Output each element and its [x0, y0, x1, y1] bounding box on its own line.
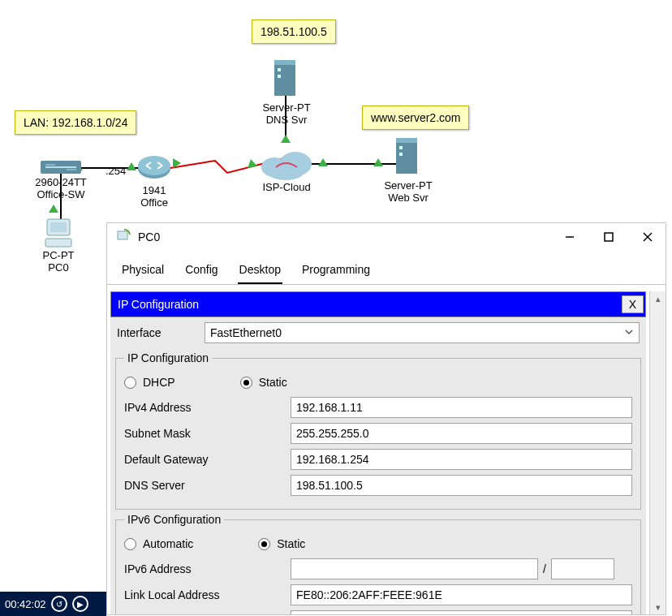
switch-label: 2960-24TTOffice-SW: [32, 177, 89, 201]
svg-rect-24: [118, 231, 127, 239]
rewind-button[interactable]: ↺: [51, 596, 67, 612]
vertical-scrollbar[interactable]: ▴ ▾: [649, 291, 666, 614]
interface-value: FastEthernet0: [210, 326, 282, 339]
router-ip-label: .254: [106, 166, 126, 178]
chevron-down-icon: [624, 326, 634, 339]
ipv6-static-option[interactable]: Static: [258, 537, 305, 550]
ipconfig-close-button[interactable]: X: [622, 295, 644, 313]
dns-server-label: DNS Server: [124, 479, 291, 492]
svg-rect-26: [605, 233, 613, 241]
svg-rect-20: [399, 153, 403, 156]
ipv6-address-input[interactable]: [291, 558, 538, 579]
svg-rect-16: [278, 75, 281, 78]
ipv6-legend: IPv6 Configuration: [124, 513, 224, 526]
radio-icon: [240, 377, 252, 389]
tab-programming[interactable]: Programming: [300, 261, 372, 284]
topology-canvas: LAN: 192.168.1.0/24 198.51.100.5 www.ser…: [0, 0, 672, 616]
svg-point-9: [138, 156, 170, 175]
scroll-up-icon[interactable]: ▴: [650, 291, 666, 306]
svg-rect-15: [278, 68, 281, 71]
window-tabs: Physical Config Desktop Programming: [107, 250, 666, 285]
web-server-icon[interactable]: [393, 138, 420, 179]
subnet-mask-input[interactable]: [291, 423, 632, 444]
dns-server-icon[interactable]: [271, 60, 299, 101]
tab-desktop[interactable]: Desktop: [238, 261, 282, 284]
tab-config[interactable]: Config: [183, 261, 219, 284]
playback-bar: 00:42:02 ↺ ▶: [0, 592, 106, 616]
window-titlebar[interactable]: PC0: [107, 223, 666, 250]
interface-select[interactable]: FastEthernet0: [205, 322, 640, 343]
lan-note: LAN: 192.168.1.0/24: [15, 110, 136, 135]
app-icon: [117, 228, 131, 245]
radio-icon: [124, 538, 136, 550]
dns-server-label: Server-PTDNS Svr: [258, 102, 315, 127]
router-label: 1941Office: [136, 185, 172, 209]
web-url-note: www.server2.com: [362, 106, 469, 130]
radio-icon: [124, 377, 136, 389]
timer-value: 00:42:02: [5, 598, 46, 610]
default-gateway-input[interactable]: [291, 449, 632, 470]
maximize-button[interactable]: [601, 229, 617, 245]
pc-icon[interactable]: [42, 218, 75, 252]
ipv6-fieldset: IPv6 Configuration Automatic Static IPv6…: [115, 513, 641, 614]
svg-rect-14: [274, 60, 295, 65]
cloud-icon[interactable]: [258, 146, 315, 184]
subnet-mask-label: Subnet Mask: [124, 427, 291, 440]
ipv4-fieldset: IP Configuration DHCP Static IPv4 Addres…: [115, 351, 641, 510]
prefix-separator: /: [538, 562, 551, 575]
link-local-label: Link Local Address: [124, 588, 291, 601]
ipv4-static-option[interactable]: Static: [240, 376, 287, 389]
ipv6-gateway-input[interactable]: [291, 610, 632, 614]
ipv6-prefix-input[interactable]: [551, 558, 614, 579]
radio-icon: [258, 538, 270, 550]
window-title: PC0: [138, 230, 160, 243]
play-button[interactable]: ▶: [72, 596, 88, 612]
svg-rect-19: [399, 146, 403, 149]
router-icon[interactable]: [136, 154, 172, 183]
web-server-label: Server-PTWeb Svr: [380, 180, 437, 205]
ipconfig-titlebar: IP Configuration X: [110, 291, 646, 317]
ipv4-address-label: IPv4 Address: [124, 401, 291, 414]
pc-label: PC-PTPC0: [41, 250, 76, 274]
interface-label: Interface: [117, 326, 201, 339]
ipv4-legend: IP Configuration: [124, 351, 212, 364]
tab-physical[interactable]: Physical: [120, 261, 166, 284]
cloud-label: ISP-Cloud: [258, 182, 315, 194]
dns-server-input[interactable]: [291, 475, 632, 496]
pc0-config-window: PC0 Physical Config Desktop Programming …: [106, 222, 666, 615]
svg-rect-13: [274, 63, 295, 96]
dns-ip-note: 198.51.100.5: [252, 19, 336, 44]
svg-rect-22: [50, 222, 67, 232]
default-gateway-label: Default Gateway: [124, 453, 291, 466]
ipv6-automatic-option[interactable]: Automatic: [124, 537, 193, 550]
close-button[interactable]: [640, 229, 656, 245]
scroll-down-icon[interactable]: ▾: [650, 600, 666, 614]
ipv6-address-label: IPv6 Address: [124, 562, 291, 575]
svg-rect-17: [396, 141, 417, 174]
svg-rect-23: [45, 239, 71, 247]
svg-rect-18: [396, 138, 417, 143]
ipconfig-title: IP Configuration: [118, 298, 199, 311]
desktop-content: IP Configuration X Interface FastEtherne…: [110, 291, 646, 614]
ipv4-address-input[interactable]: [291, 397, 632, 418]
minimize-button[interactable]: [562, 229, 578, 245]
ipv4-dhcp-option[interactable]: DHCP: [124, 376, 175, 389]
link-local-input[interactable]: [291, 584, 632, 605]
